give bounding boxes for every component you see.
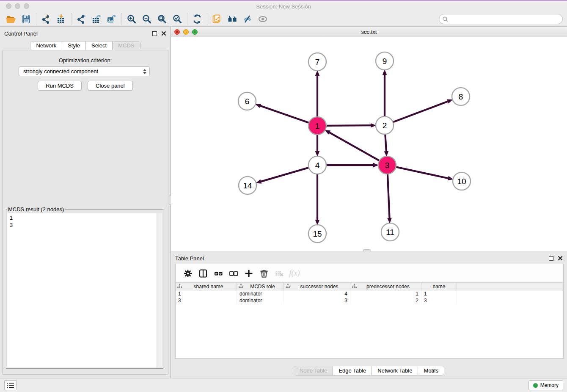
first-neighbors-icon[interactable] [225, 13, 240, 25]
graph-node-7[interactable]: 7 [308, 53, 326, 71]
import-table-icon[interactable] [54, 13, 69, 25]
edge-2-8[interactable] [393, 99, 453, 122]
table-settings-icon[interactable] [182, 267, 194, 280]
network-maximize-icon[interactable]: + [192, 29, 198, 35]
column-header-predecessor-nodes[interactable]: predecessor nodes [350, 283, 421, 290]
edge-1-2[interactable] [326, 123, 376, 128]
edge-3-10[interactable] [396, 167, 454, 180]
refresh-view-icon[interactable] [190, 13, 205, 25]
edge-3-1[interactable] [325, 130, 379, 161]
tab-edge-table[interactable]: Edge Table [333, 366, 372, 375]
export-table-icon[interactable] [89, 13, 104, 25]
search-field[interactable] [439, 14, 563, 24]
edge-4-14[interactable] [256, 168, 309, 184]
zoom-in-icon[interactable] [124, 13, 139, 25]
open-file-icon[interactable] [3, 13, 19, 25]
table-cell[interactable]: 3 [284, 297, 350, 304]
new-network-from-selection-icon[interactable] [209, 13, 225, 25]
minimize-window-icon[interactable] [15, 3, 20, 9]
select-all-columns-icon[interactable] [212, 267, 225, 280]
maximize-window-icon[interactable] [24, 3, 29, 9]
edge-4-3[interactable] [326, 163, 379, 168]
tab-network[interactable]: Network [30, 41, 62, 50]
graph-node-9[interactable]: 9 [376, 52, 394, 70]
edge-4-15[interactable] [315, 174, 320, 225]
graph-node-6[interactable]: 6 [238, 92, 256, 110]
control-panel-header: Control Panel [0, 29, 171, 38]
delete-column-icon[interactable] [258, 267, 270, 280]
table-cell[interactable]: 3 [421, 297, 457, 304]
tab-network-table[interactable]: Network Table [372, 366, 418, 375]
export-image-icon[interactable] [104, 13, 119, 25]
toolbar-separator [71, 13, 72, 25]
graph-node-14[interactable]: 14 [239, 177, 256, 194]
task-history-button[interactable] [4, 380, 17, 390]
column-header-MCDS-role[interactable]: MCDS role [237, 283, 284, 290]
close-panel-button[interactable]: Close panel [88, 81, 133, 91]
search-input[interactable] [450, 16, 559, 22]
network-minimize-icon[interactable]: − [183, 29, 189, 35]
add-column-icon[interactable] [242, 267, 255, 280]
edge-1-4[interactable] [315, 135, 320, 157]
graph-node-3[interactable]: 3 [378, 156, 396, 174]
run-mcds-button[interactable]: Run MCDS [38, 81, 82, 91]
column-header-successor-nodes[interactable]: successor nodes [284, 283, 350, 290]
graph-node-11[interactable]: 11 [381, 223, 399, 241]
table-cell[interactable]: 2 [350, 297, 421, 304]
network-canvas[interactable]: 1234678910111415 [171, 37, 567, 251]
table-row[interactable]: 1dominator411 [176, 290, 563, 297]
float-panel-icon[interactable] [152, 31, 157, 36]
deselect-all-columns-icon[interactable] [227, 267, 240, 280]
zoom-selected-icon[interactable] [170, 13, 185, 25]
column-visibility-icon[interactable] [197, 267, 209, 280]
table-cell[interactable]: dominator [237, 290, 284, 297]
edge-2-9[interactable] [383, 69, 387, 116]
table-cell[interactable]: 1 [350, 290, 421, 297]
float-table-panel-icon[interactable] [549, 256, 553, 261]
edge-2-3[interactable] [384, 134, 389, 157]
edge-1-7[interactable] [315, 70, 320, 117]
hierarchy-icon [177, 284, 182, 290]
tab-mcds[interactable]: MCDS [113, 41, 140, 50]
table-cell[interactable]: 3 [176, 297, 237, 304]
criterion-select[interactable]: strongly connected component [19, 66, 150, 76]
close-window-icon[interactable] [6, 3, 11, 9]
zoom-out-icon[interactable] [139, 13, 154, 25]
hide-selected-icon[interactable] [240, 13, 255, 25]
app-window-controls[interactable] [6, 3, 29, 9]
network-window-titlebar[interactable]: × − + scc.txt [171, 27, 567, 37]
save-session-icon[interactable] [19, 13, 34, 25]
graph-node-8[interactable]: 8 [452, 88, 470, 105]
tab-node-table[interactable]: Node Table [294, 366, 333, 375]
network-window-controls[interactable]: × − + [174, 29, 198, 35]
table-cell[interactable]: 1 [421, 290, 457, 297]
column-header-shared-name[interactable]: shared name [176, 283, 237, 290]
mcds-result-area[interactable]: 1 3 [7, 213, 162, 367]
tab-style[interactable]: Style [62, 41, 86, 50]
graph-node-4[interactable]: 4 [308, 156, 326, 174]
show-all-icon[interactable] [255, 13, 270, 25]
table-cell[interactable]: 4 [284, 290, 350, 297]
table-cell[interactable]: 1 [176, 290, 237, 297]
graph-node-2[interactable]: 2 [376, 116, 394, 134]
close-panel-icon[interactable] [161, 31, 166, 36]
table-row[interactable]: 3dominator323 [176, 297, 563, 304]
table-cell[interactable]: dominator [237, 297, 284, 304]
graph-node-15[interactable]: 15 [308, 225, 326, 243]
tab-select[interactable]: Select [86, 41, 113, 50]
edge-3-11[interactable] [387, 174, 392, 224]
graph-node-1[interactable]: 1 [308, 117, 326, 135]
hierarchy-icon [286, 284, 290, 290]
network-close-icon[interactable]: × [174, 29, 180, 35]
edge-1-6[interactable] [255, 104, 309, 123]
export-network-icon[interactable] [74, 13, 89, 25]
import-network-icon[interactable] [39, 13, 54, 25]
zoom-fit-icon[interactable] [154, 13, 170, 25]
result-scrollbar[interactable] [157, 213, 162, 367]
column-header-name[interactable]: name [421, 283, 457, 290]
table-toolbar: f(x) [176, 264, 563, 282]
graph-node-10[interactable]: 10 [453, 172, 471, 190]
tab-motifs[interactable]: Motifs [418, 366, 444, 375]
memory-button[interactable]: Memory [528, 380, 563, 390]
close-table-panel-icon[interactable] [558, 256, 563, 261]
